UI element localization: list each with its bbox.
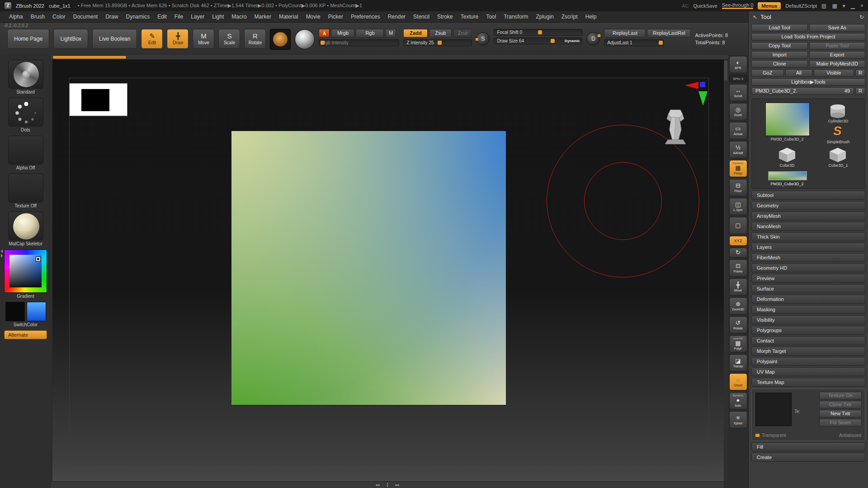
section-fibermesh[interactable]: FiberMesh: [751, 253, 865, 262]
draw-size-slider[interactable]: Draw Size 64 Dynamic: [494, 38, 582, 44]
tool-thumb-selected[interactable]: [768, 171, 807, 180]
goz-all-button[interactable]: All: [785, 69, 812, 77]
tool-thumb-cube3d[interactable]: [776, 147, 798, 163]
color-selector-handle[interactable]: [36, 257, 40, 261]
viewport-canvas[interactable]: [52, 60, 724, 481]
menu-dynamics[interactable]: Dynamics: [122, 11, 153, 23]
make-polymesh3d-button[interactable]: Make PolyMesh3D: [809, 60, 866, 68]
texture-on-button[interactable]: Texture On: [819, 392, 862, 399]
menus-button[interactable]: Menus: [758, 2, 781, 9]
section-morph-target[interactable]: Morph Target: [751, 347, 865, 356]
shelf-frame-button[interactable]: ⊡ Frame: [729, 259, 747, 277]
menu-document[interactable]: Document: [70, 11, 102, 23]
goz-visible-button[interactable]: Visible: [814, 69, 854, 77]
fix-seam-button[interactable]: Fix Seam: [819, 419, 862, 427]
lightbox-button[interactable]: LightBox: [53, 29, 88, 49]
mrgb-button[interactable]: Mrgb: [331, 29, 354, 38]
section-geometry[interactable]: Geometry: [751, 201, 865, 210]
menu-stroke[interactable]: Stroke: [434, 11, 457, 23]
clone-button[interactable]: Clone: [751, 60, 808, 68]
stroke-selector[interactable]: [8, 98, 43, 127]
color-picker[interactable]: [4, 249, 47, 293]
section-geometry-hd[interactable]: Geometry HD: [751, 263, 865, 272]
scroll-down-icon[interactable]: ▾: [387, 485, 388, 488]
z-intensity-slider[interactable]: Z Intensity 25: [403, 39, 472, 46]
menu-file[interactable]: File: [171, 11, 187, 23]
section-surface[interactable]: Surface: [751, 284, 865, 293]
new-txtr-button[interactable]: New Txtr: [819, 410, 862, 418]
material-selector[interactable]: [8, 211, 43, 240]
home-page-button[interactable]: Home Page: [7, 29, 49, 49]
shelf-seethrough-button[interactable]: ▢: [729, 217, 747, 234]
shelf-xyz-button[interactable]: XYZ: [729, 236, 747, 246]
brush-selector[interactable]: [8, 60, 43, 89]
transparent-label[interactable]: Transparent: [762, 433, 786, 438]
antialiased-label[interactable]: Antialiased: [839, 433, 861, 438]
menu-marker[interactable]: Marker: [251, 11, 275, 23]
menu-help[interactable]: Help: [582, 11, 600, 23]
lightbox-tray-handle[interactable]: [53, 56, 126, 59]
menu-alpha[interactable]: Alpha: [5, 11, 27, 23]
menu-preferences[interactable]: Preferences: [347, 11, 384, 23]
save-as-button[interactable]: Save As: [809, 24, 866, 32]
menu-draw[interactable]: Draw: [102, 11, 122, 23]
shelf-actual-button[interactable]: ▭ Actual: [729, 122, 747, 139]
alternate-button[interactable]: Alternate: [4, 330, 47, 339]
axis-z-dot-icon[interactable]: [700, 82, 705, 87]
menu-zplugin[interactable]: Zplugin: [532, 11, 557, 23]
focal-shift-slider[interactable]: Focal Shift 0: [494, 29, 582, 36]
menu-macro[interactable]: Macro: [228, 11, 250, 23]
load-tools-from-project-button[interactable]: Load Tools From Project: [751, 33, 865, 41]
load-tool-button[interactable]: Load Tool: [751, 24, 808, 32]
section-visibility[interactable]: Visibility: [751, 315, 865, 324]
collapse-icon[interactable]: ▾: [843, 3, 845, 9]
shelf-scroll-button[interactable]: ↔ Scroll: [729, 84, 747, 101]
texture-selector[interactable]: [8, 174, 43, 202]
alpha-selector[interactable]: [8, 136, 43, 164]
shelf-solo-button[interactable]: Dynamic ● Solo: [729, 392, 747, 409]
polymesh-figure[interactable]: [661, 108, 689, 146]
scroll-left-icon[interactable]: ◂◂: [375, 483, 379, 487]
draw-mode-button[interactable]: ╋ Draw: [167, 29, 189, 49]
import-button[interactable]: Import: [751, 51, 808, 59]
scale-mode-button[interactable]: S Scale: [218, 29, 240, 49]
section-nanomesh[interactable]: NanoMesh: [751, 222, 865, 231]
shelf-floor-button[interactable]: ⊟ Floor: [729, 179, 747, 196]
section-deformation[interactable]: Deformation: [751, 295, 865, 304]
shelf-ghost-button[interactable]: ◌ Ghost: [729, 373, 747, 390]
main-color-swatch[interactable]: [5, 302, 25, 321]
move-mode-button[interactable]: M Move: [193, 29, 214, 49]
shelf-transp-button[interactable]: ◪ Transp: [729, 354, 747, 371]
goz-button[interactable]: GoZ: [751, 69, 784, 77]
rgb-intensity-slider[interactable]: Rgb Intensity: [319, 39, 399, 46]
tool-thumb-simplebrush[interactable]: S: [833, 124, 842, 138]
tool-thumb-cube3d-1[interactable]: [827, 147, 849, 163]
menu-stencil[interactable]: Stencil: [410, 11, 433, 23]
section-polygroups[interactable]: Polygroups: [751, 326, 865, 335]
stencil-preview[interactable]: [69, 83, 127, 116]
menu-texture[interactable]: Texture: [457, 11, 482, 23]
shelf-xpose-button[interactable]: ≡ Xpose: [729, 411, 747, 428]
close-icon[interactable]: ×: [860, 3, 863, 9]
menu-brush[interactable]: Brush: [27, 11, 48, 23]
paste-tool-button[interactable]: Paste Tool: [809, 42, 866, 50]
secondary-color-swatch[interactable]: [27, 302, 46, 321]
rgb-button[interactable]: Rgb: [356, 29, 384, 38]
current-material-sphere[interactable]: [295, 29, 315, 49]
shelf-aahalf-button[interactable]: ½ AAHalf: [729, 141, 747, 158]
canvas-horizontal-scrollbar[interactable]: ◂◂ ▴ ▾ ▸▸: [51, 481, 724, 488]
axis-x-arrow-icon[interactable]: [685, 82, 698, 89]
panes-icon[interactable]: ▤: [821, 3, 826, 9]
shelf-move-button[interactable]: ╋ Move: [729, 278, 747, 296]
section-uv-map[interactable]: UV Map: [751, 367, 865, 376]
transparent-slider-nub[interactable]: [755, 434, 760, 437]
lightbox-tools-button[interactable]: Lightbox▶Tools: [751, 78, 865, 86]
shelf-zoom-button[interactable]: ◎ Zoom: [729, 103, 747, 120]
section-fill[interactable]: Fill: [751, 442, 865, 451]
palette-arrow-icon[interactable]: ↖: [753, 14, 757, 20]
menu-material[interactable]: Material: [275, 11, 302, 23]
copy-tool-button[interactable]: Copy Tool: [751, 42, 808, 50]
current-brush-thumbnail[interactable]: [270, 29, 291, 50]
section-preview[interactable]: Preview: [751, 274, 865, 283]
dynamic-label[interactable]: Dynamic: [565, 39, 582, 43]
